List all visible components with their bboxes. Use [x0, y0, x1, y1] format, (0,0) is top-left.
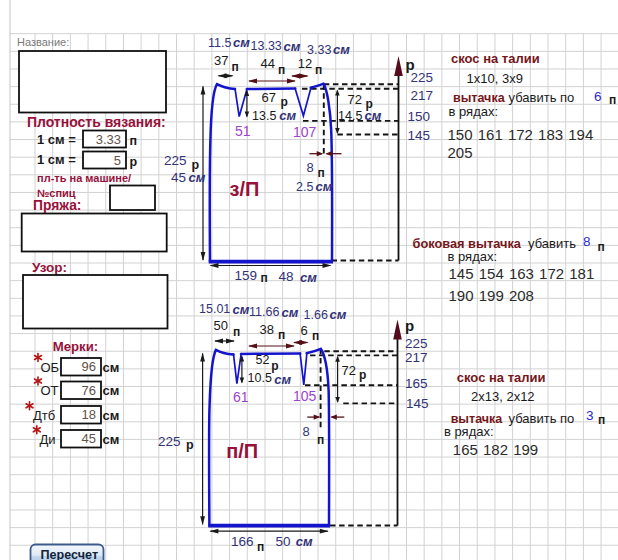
svg-text:в рядах:: в рядах: [444, 424, 494, 439]
svg-text:14.5: 14.5 [338, 109, 362, 123]
svg-text:76: 76 [82, 383, 96, 398]
svg-text:скос на талии: скос на талии [451, 51, 540, 66]
svg-text:2x13, 2x12: 2x13, 2x12 [471, 389, 535, 404]
svg-text:2.5: 2.5 [296, 180, 313, 194]
svg-text:50: 50 [276, 534, 291, 549]
svg-text:13.33: 13.33 [251, 39, 282, 53]
svg-text:105: 105 [293, 388, 317, 404]
svg-text:см: см [274, 372, 291, 387]
svg-text:18: 18 [82, 407, 96, 422]
svg-text:п: п [278, 63, 285, 77]
svg-text:вытачка: вытачка [453, 91, 506, 105]
svg-text:52: 52 [256, 353, 270, 367]
svg-text:6: 6 [594, 89, 602, 104]
svg-text:3: 3 [586, 408, 594, 423]
svg-text:см: см [103, 383, 120, 398]
svg-text:Дтб: Дтб [33, 408, 55, 423]
svg-text:Название:: Название: [17, 36, 69, 48]
svg-text:убавить по: убавить по [509, 411, 575, 426]
svg-text:р: р [186, 438, 194, 452]
svg-text:1.66: 1.66 [304, 308, 328, 322]
svg-text:з/П: з/П [230, 178, 260, 200]
svg-text:12: 12 [298, 56, 312, 71]
svg-text:217: 217 [405, 350, 428, 365]
svg-text:45: 45 [171, 170, 186, 185]
svg-text:11.66: 11.66 [249, 305, 279, 319]
svg-text:п: п [261, 271, 268, 285]
svg-text:см: см [296, 534, 313, 549]
svg-text:см: см [233, 35, 250, 50]
svg-text:1 см =: 1 см = [37, 132, 76, 147]
svg-text:3.33: 3.33 [96, 132, 121, 147]
svg-text:3.33: 3.33 [307, 43, 331, 57]
svg-text:15.01: 15.01 [199, 302, 230, 316]
svg-text:п: п [318, 166, 325, 180]
svg-text:см: см [284, 39, 301, 54]
svg-text:р: р [130, 155, 138, 169]
svg-text:96: 96 [82, 359, 96, 374]
svg-text:см: см [282, 305, 299, 320]
svg-text:8: 8 [583, 234, 591, 249]
svg-text:145: 145 [406, 396, 429, 411]
svg-text:п: п [609, 93, 616, 107]
svg-text:Пересчет: Пересчет [41, 548, 99, 560]
svg-text:150: 150 [408, 109, 431, 124]
svg-text:п: п [278, 328, 285, 342]
svg-text:п: п [233, 325, 240, 339]
svg-text:67: 67 [262, 90, 276, 105]
svg-text:13.5: 13.5 [252, 109, 276, 123]
svg-text:37: 37 [214, 53, 228, 68]
svg-text:см: см [330, 307, 347, 322]
svg-text:п: п [130, 134, 138, 148]
svg-text:1 см =: 1 см = [37, 152, 76, 167]
svg-text:44: 44 [261, 56, 275, 71]
svg-text:8: 8 [307, 160, 314, 175]
svg-text:р: р [359, 368, 366, 382]
svg-text:Мерки:: Мерки: [53, 339, 98, 354]
svg-text:р: р [271, 359, 278, 373]
svg-text:п/П: п/П [226, 440, 258, 462]
svg-text:205: 205 [448, 144, 473, 161]
svg-text:51: 51 [235, 123, 251, 139]
svg-text:72: 72 [348, 92, 362, 107]
svg-text:см: см [316, 179, 333, 194]
svg-text:107: 107 [293, 124, 317, 140]
svg-text:см: см [103, 432, 120, 447]
svg-text:ОБ: ОБ [41, 360, 60, 375]
svg-text:190 199 208: 190 199 208 [449, 287, 534, 304]
svg-text:см: см [333, 42, 350, 57]
svg-text:8: 8 [303, 424, 310, 439]
svg-text:пл-ть на машине/: пл-ть на машине/ [37, 172, 131, 184]
svg-text:217: 217 [411, 88, 434, 103]
svg-text:150 161 172 183 194: 150 161 172 183 194 [448, 126, 594, 143]
svg-text:см: см [279, 108, 296, 123]
svg-text:убавить по: убавить по [509, 90, 575, 105]
svg-text:скос на талии: скос на талии [457, 370, 546, 385]
svg-text:38: 38 [260, 322, 274, 337]
svg-text:145 154 163 172 181: 145 154 163 172 181 [449, 265, 595, 282]
svg-text:Плотность вязания:: Плотность вязания: [27, 114, 166, 130]
svg-text:п: п [317, 433, 324, 447]
svg-text:см: см [233, 302, 250, 317]
svg-text:225: 225 [164, 153, 187, 168]
svg-text:р: р [405, 317, 414, 334]
svg-text:165 182 199: 165 182 199 [453, 441, 538, 458]
svg-text:см: см [103, 360, 120, 375]
svg-text:225: 225 [158, 434, 181, 449]
svg-text:5: 5 [114, 153, 121, 168]
svg-text:61: 61 [233, 389, 249, 405]
svg-text:72: 72 [342, 363, 356, 378]
svg-text:см: см [103, 408, 120, 423]
svg-text:в рядах:: в рядах: [448, 249, 498, 264]
svg-text:п: п [598, 240, 605, 254]
svg-text:см: см [189, 170, 206, 185]
svg-text:10.5: 10.5 [248, 371, 272, 385]
svg-text:166: 166 [231, 534, 254, 549]
svg-text:см: см [365, 108, 382, 123]
svg-text:165: 165 [405, 376, 428, 391]
svg-text:ОТ: ОТ [41, 383, 59, 398]
svg-text:48: 48 [279, 269, 294, 284]
svg-text:11.5: 11.5 [208, 36, 231, 50]
svg-text:Ди: Ди [39, 432, 55, 447]
svg-text:убавить: убавить [528, 236, 576, 251]
